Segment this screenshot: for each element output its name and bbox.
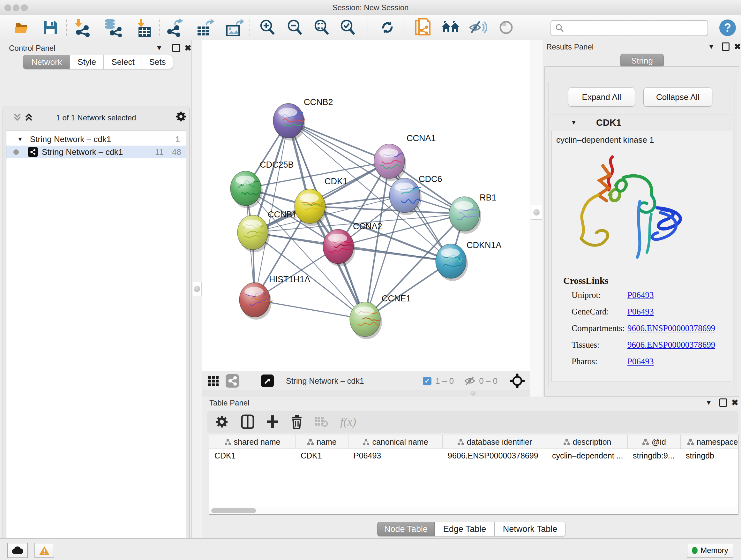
panel-menu-icon[interactable]: ▼ [705,398,712,407]
string-network-doc-button[interactable] [414,18,433,37]
show-columns-icon[interactable] [241,415,255,429]
warning-icon [39,546,50,555]
table-header-name[interactable]: name [295,435,348,449]
zoom-in-button[interactable] [258,18,277,37]
table-cell[interactable]: 9606.ENSP00000378699 [443,449,547,462]
collection-expander-icon[interactable]: ▼ [17,136,23,143]
tab-node-table[interactable]: Node Table [377,522,434,537]
table-header-namespace[interactable]: namespace [681,435,738,449]
crosslink-link[interactable]: 9606.ENSP00000378699 [627,340,715,350]
table-cell[interactable]: CDK1 [209,449,295,462]
hide-labels-button[interactable] [468,18,488,37]
zoom-in-icon [259,19,276,36]
collapse-all-button[interactable]: Collapse All [643,87,712,107]
export-network-button[interactable] [165,18,184,37]
float-panel-icon[interactable] [719,398,727,408]
export-image-button[interactable] [225,18,244,37]
table-header-description[interactable]: description [547,435,628,449]
left-splitter[interactable] [192,40,202,538]
detach-view-button[interactable] [261,374,274,387]
memory-button[interactable]: Memory [687,543,733,558]
gene-expander-icon[interactable]: ▼ [570,119,577,126]
help-button[interactable]: ? [719,19,737,37]
left-splitter-grip[interactable] [192,282,202,296]
network-overview-icon[interactable] [226,374,239,388]
zoom-selected-button[interactable] [338,18,357,37]
export-table-button[interactable] [195,18,214,37]
expand-all-button[interactable]: Expand All [568,87,635,107]
close-panel-icon[interactable]: ✖ [185,43,192,53]
import-network-database-button[interactable] [103,18,122,37]
crosslink-link[interactable]: 9606.ENSP00000378699 [627,323,715,333]
glass-ball-effect-button[interactable] [496,18,516,37]
tab-network-table[interactable]: Network Table [495,522,565,537]
network-node-CCNA1[interactable]: CCNA1 [374,133,436,181]
table-cell[interactable]: P06493 [348,449,443,462]
right-splitter[interactable] [530,40,543,396]
create-column-icon[interactable] [266,415,279,429]
fit-selected-crosshair-icon[interactable] [510,374,525,388]
import-network-file-button[interactable] [73,18,92,37]
float-panel-icon[interactable] [172,44,180,53]
node-table[interactable]: shared namenamecanonical namedatabase id… [209,435,738,515]
delete-column-trash-icon[interactable] [290,415,303,429]
search-input[interactable] [567,21,708,35]
crosslink-label: Uniprot: [571,290,627,300]
tab-network[interactable]: Network [23,55,70,69]
network-panel-body: 1 of 1 Network selected ▼ String Network… [3,106,190,560]
table-cell[interactable]: stringdb [681,449,738,462]
crosslink-link[interactable]: P06493 [627,290,654,300]
float-panel-icon[interactable] [722,43,730,52]
network-collection-row[interactable]: ▼ String Network – cdk1 1 [6,133,186,145]
search-field[interactable] [550,20,708,36]
crosslink-link[interactable]: P06493 [627,357,654,367]
network-node-CCNB1[interactable]: CCNB1 [238,210,297,252]
network-canvas[interactable]: CCNB2CCNA1CDC25BCDK1CDC6RB1CCNB1CCNA2CDK… [202,40,530,371]
network-options-gear-icon[interactable] [175,111,187,122]
network-node-CCNB2[interactable]: CCNB2 [273,98,333,140]
table-header--id[interactable]: @id [628,435,681,449]
network-node-RB1[interactable]: RB1 [449,193,496,234]
tab-edge-table[interactable]: Edge Table [434,522,495,537]
panel-menu-icon[interactable]: ▼ [156,44,163,52]
table-horizontal-scrollbar[interactable] [209,507,738,514]
right-splitter-grip[interactable] [531,205,542,220]
panel-menu-icon[interactable]: ▼ [708,43,715,51]
table-cell[interactable]: cyclin–dependent ... [547,449,628,462]
tab-style[interactable]: Style [70,55,104,69]
table-header-canonical-name[interactable]: canonical name [348,435,443,449]
string-home-button[interactable] [441,18,460,37]
table-cell[interactable]: CDK1 [295,449,348,462]
scrollbar-thumb[interactable] [211,508,256,513]
zoom-fit-button[interactable] [312,18,331,37]
network-name: String Network – cdk1 [42,147,123,157]
import-table-button[interactable] [134,18,153,37]
cloud-button[interactable] [7,543,28,558]
table-cell[interactable]: stringdb:9... [628,449,681,462]
network-node-HIST1H1A[interactable]: HIST1H1A [239,274,310,320]
apply-layout-button[interactable] [378,18,397,37]
open-folder-icon [14,19,31,36]
open-session-button[interactable] [13,18,32,37]
crosslink-link[interactable]: P06493 [627,307,654,317]
network-row[interactable]: String Network – cdk1 11 48 [6,145,186,159]
node-label: RB1 [480,193,496,202]
tab-sets[interactable]: Sets [142,55,173,69]
grid-view-icon[interactable] [208,376,219,386]
node-label: HIST1H1A [269,274,310,284]
table-header-shared-name[interactable]: shared name [209,435,295,449]
table-row[interactable]: CDK1CDK1P064939606.ENSP00000378699cyclin… [209,449,738,462]
selected-checkbox-icon[interactable]: ✓ [423,377,431,385]
warnings-button[interactable] [35,543,54,558]
save-session-button[interactable] [41,18,60,37]
table-header-database-identifier[interactable]: database identifier [443,435,547,449]
close-panel-icon[interactable]: ✖ [734,42,741,52]
horizontal-splitter-grip[interactable] [470,391,475,395]
tab-string[interactable]: String [620,54,664,68]
crosslink-label: Tissues: [571,340,627,350]
zoom-out-button[interactable] [285,18,305,37]
close-panel-icon[interactable]: ✖ [731,398,738,408]
tab-select[interactable]: Select [104,55,143,69]
network-node-CDKN1A[interactable]: CDKN1A [435,240,502,281]
table-options-gear-icon[interactable] [215,415,228,428]
